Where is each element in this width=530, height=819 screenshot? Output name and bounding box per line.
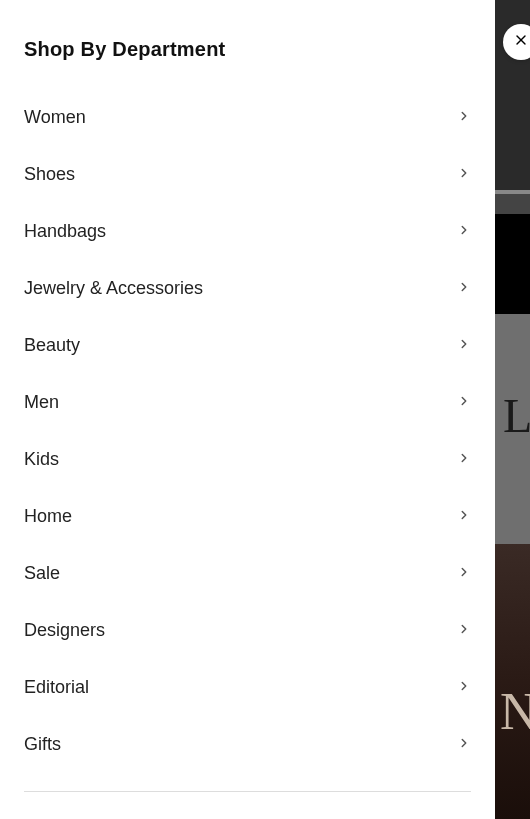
menu-item-handbags[interactable]: Handbags	[24, 203, 471, 260]
menu-item-jewelry[interactable]: Jewelry & Accessories	[24, 260, 471, 317]
close-icon	[513, 32, 529, 52]
divider	[24, 791, 471, 792]
department-menu: Women Shoes Handbags Jewelry & Accessori…	[24, 89, 471, 773]
chevron-right-icon	[457, 280, 471, 298]
menu-item-label: Gifts	[24, 734, 61, 755]
navigation-drawer: Shop By Department Women Shoes Handbags …	[0, 0, 495, 819]
menu-item-gifts[interactable]: Gifts	[24, 716, 471, 773]
menu-item-label: Jewelry & Accessories	[24, 278, 203, 299]
menu-item-editorial[interactable]: Editorial	[24, 659, 471, 716]
menu-item-label: Home	[24, 506, 72, 527]
menu-item-kids[interactable]: Kids	[24, 431, 471, 488]
menu-item-home[interactable]: Home	[24, 488, 471, 545]
chevron-right-icon	[457, 679, 471, 697]
backdrop-letter: L	[503, 388, 530, 436]
menu-item-label: Shoes	[24, 164, 75, 185]
menu-item-women[interactable]: Women	[24, 89, 471, 146]
menu-item-label: Editorial	[24, 677, 89, 698]
menu-item-label: Designers	[24, 620, 105, 641]
chevron-right-icon	[457, 565, 471, 583]
chevron-right-icon	[457, 622, 471, 640]
drawer-title: Shop By Department	[24, 38, 471, 61]
backdrop-segment	[495, 214, 530, 314]
menu-item-beauty[interactable]: Beauty	[24, 317, 471, 374]
chevron-right-icon	[457, 337, 471, 355]
menu-item-label: Handbags	[24, 221, 106, 242]
menu-item-label: Men	[24, 392, 59, 413]
menu-item-designers[interactable]: Designers	[24, 602, 471, 659]
chevron-right-icon	[457, 394, 471, 412]
menu-item-label: Women	[24, 107, 86, 128]
menu-item-shoes[interactable]: Shoes	[24, 146, 471, 203]
menu-item-label: Kids	[24, 449, 59, 470]
chevron-right-icon	[457, 109, 471, 127]
menu-item-label: Beauty	[24, 335, 80, 356]
backdrop-segment	[495, 190, 530, 194]
chevron-right-icon	[457, 223, 471, 241]
menu-item-men[interactable]: Men	[24, 374, 471, 431]
chevron-right-icon	[457, 166, 471, 184]
chevron-right-icon	[457, 736, 471, 754]
chevron-right-icon	[457, 451, 471, 469]
backdrop-letter: N	[500, 682, 530, 741]
menu-item-label: Sale	[24, 563, 60, 584]
menu-item-sale[interactable]: Sale	[24, 545, 471, 602]
chevron-right-icon	[457, 508, 471, 526]
